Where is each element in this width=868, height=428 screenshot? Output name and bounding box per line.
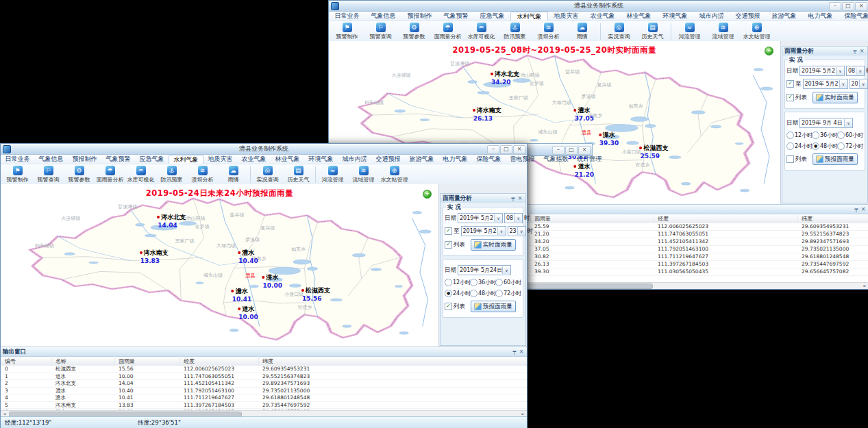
minimize-button[interactable]: – <box>829 2 841 11</box>
end-date-select[interactable]: 2019年 5月25日∨ <box>803 79 848 89</box>
menu-tab[interactable]: 应急气象 <box>474 12 510 21</box>
to-checkbox[interactable]: ✓ <box>786 80 794 88</box>
menu-tab[interactable]: 保险气象 <box>472 155 506 164</box>
close-icon[interactable]: × <box>517 195 523 201</box>
chevron-down-icon[interactable]: ∨ <box>836 67 844 75</box>
minimize-button[interactable]: – <box>487 145 499 154</box>
list-checkbox[interactable] <box>786 155 794 163</box>
table-row[interactable]: 5涔水南支 13.83111.397267184503 29.735447697… <box>1 402 527 410</box>
table-row[interactable]: 2涔水北支 14.04111.452105411342 29.892347571… <box>1 380 527 388</box>
menu-tab[interactable]: 水利气象 <box>510 12 548 21</box>
menu-tab[interactable]: 林业气象 <box>271 155 304 164</box>
tool-river-management[interactable]: ≈ 河流管理 <box>673 23 706 40</box>
menu-tab[interactable]: 气象信息 <box>365 12 401 21</box>
menu-tab[interactable]: 应急气象 <box>135 155 169 164</box>
menu-tab[interactable]: 农业气象 <box>584 12 621 21</box>
chevron-down-icon[interactable]: ∨ <box>497 227 506 235</box>
live-rainfall-button[interactable]: 实时面雨量 <box>471 239 516 251</box>
end-hour-select[interactable]: 20∨ <box>850 79 868 89</box>
tool-alert-create[interactable]: ⚑ 预警制作 <box>330 23 364 40</box>
scroll-left-icon[interactable]: ◄ <box>1 412 8 416</box>
table-row[interactable]: 3澧水 10.40111.792051463100 29.73502113500… <box>1 388 527 395</box>
tool-river-management[interactable]: ≈ 河流管理 <box>317 166 348 184</box>
chevron-down-icon[interactable]: ∨ <box>517 227 525 235</box>
menu-tab[interactable]: 旅游气象 <box>766 12 802 21</box>
menu-tab[interactable]: 交通预报 <box>730 12 766 21</box>
menu-tab[interactable]: 环境气象 <box>304 155 338 164</box>
tool-alert-params[interactable]: ⚙ 预警参数 <box>64 166 95 184</box>
end-date-select[interactable]: 2019年 5月25日∨ <box>461 226 506 236</box>
tool-alert-params[interactable]: ⚙ 预警参数 <box>397 23 431 40</box>
pin-icon[interactable]: ┯ <box>852 48 858 54</box>
table-row[interactable]: 4澹水 10.41111.711219647627 29.61880124854… <box>1 394 527 402</box>
menu-tab[interactable]: 旅游气象 <box>405 155 438 164</box>
close-icon[interactable]: × <box>518 349 525 355</box>
duration-radio[interactable]: 12小时 <box>445 279 470 286</box>
scroll-right-icon[interactable]: ► <box>520 412 526 416</box>
duration-radio[interactable]: 12小时 <box>786 131 812 139</box>
maximize-button[interactable]: □ <box>565 146 578 155</box>
start-date-select[interactable]: 2019年 5月25日∨ <box>799 66 845 76</box>
menu-tab[interactable]: 城市内涝 <box>338 155 371 164</box>
forecast-date-select[interactable]: 2019年 5月24日∨ <box>458 265 511 275</box>
pin-icon[interactable]: ┯ <box>853 206 860 212</box>
menu-tab[interactable]: 地质灾害 <box>203 155 237 164</box>
tool-alert-query[interactable]: ⚐ 预警查询 <box>33 166 64 184</box>
forecast-rainfall-button[interactable]: 预报面雨量 <box>471 301 516 312</box>
menu-tab[interactable]: 农业气象 <box>237 155 271 164</box>
maximize-button[interactable]: □ <box>500 145 512 154</box>
duration-radio[interactable]: 36小时 <box>470 279 495 286</box>
close-button[interactable]: × <box>513 145 525 154</box>
map-canvas[interactable]: 2019-05-24日未来24小时预报面雨量 + 甘溪滩镇 火连坡镇 码头铺镇 … <box>1 184 438 347</box>
forecast-rainfall-button[interactable]: 预报面雨量 <box>813 153 858 165</box>
menu-tab[interactable]: 水利气象 <box>169 155 203 164</box>
duration-radio[interactable]: ●24小时 <box>445 290 470 297</box>
scroll-right-icon[interactable]: ► <box>862 284 868 288</box>
duration-radio[interactable]: 48小时 <box>470 290 495 297</box>
tool-rain-info[interactable]: ☁ 雨情 <box>218 166 249 184</box>
menu-tab[interactable]: 气象指数 <box>539 155 573 164</box>
titlebar[interactable]: 澧县业务制作系统 – □ × <box>1 144 527 155</box>
tool-rain-info[interactable]: ☁ 雨情 <box>565 23 599 40</box>
menu-tab[interactable]: 交通预报 <box>371 155 405 164</box>
tool-history-weather[interactable]: ▤ 历史天气 <box>283 166 314 184</box>
map-tool-button[interactable]: + <box>423 190 432 199</box>
close-button[interactable]: × <box>578 146 591 155</box>
tool-area-rainfall-analysis[interactable]: ☂ 面雨量分析 <box>95 166 125 184</box>
tool-alert-query[interactable]: ⚐ 预警查询 <box>364 23 397 40</box>
duration-radio[interactable]: 24小时 <box>786 142 812 150</box>
menu-tab[interactable]: 日常业务 <box>1 155 34 164</box>
tool-alert-create[interactable]: ⚑ 预警制作 <box>2 166 33 184</box>
tool-live-query[interactable]: ◎ 实况查询 <box>252 166 283 184</box>
close-button[interactable]: × <box>855 2 867 11</box>
to-checkbox[interactable]: ✓ <box>445 227 452 235</box>
list-checkbox[interactable]: ✓ <box>786 94 794 101</box>
menu-tab[interactable]: 气象信息 <box>34 155 68 164</box>
maximize-button[interactable]: □ <box>842 2 854 11</box>
menu-tab[interactable]: 预报制作 <box>68 155 101 164</box>
map-tool-button[interactable]: + <box>765 47 773 55</box>
tool-flood-plan[interactable]: ⚓ 防汛预案 <box>498 23 532 40</box>
chevron-down-icon[interactable]: ∨ <box>502 266 510 274</box>
duration-radio[interactable]: 36小时 <box>812 131 837 139</box>
menu-tab[interactable]: 地质灾害 <box>548 12 584 21</box>
menu-tab[interactable]: 保险气象 <box>839 12 868 21</box>
tool-dam-break-analysis[interactable]: ≋ 溃坝分析 <box>187 166 218 184</box>
end-hour-select[interactable]: 23∨ <box>508 226 526 236</box>
pin-icon[interactable]: ┯ <box>511 349 518 355</box>
minimize-button[interactable]: – <box>552 146 565 155</box>
tool-flood-plan[interactable]: ⚓ 防汛预案 <box>156 166 187 184</box>
titlebar[interactable]: 澧县业务制作系统 – □ × <box>329 1 868 12</box>
start-hour-select[interactable]: 08∨ <box>846 66 865 76</box>
menu-tab[interactable]: 雷电预报 <box>506 155 539 164</box>
menu-tab[interactable]: 气象预警 <box>438 12 474 21</box>
menu-tab[interactable]: 城市内涝 <box>693 12 730 21</box>
menu-tab[interactable]: 电力气象 <box>802 12 839 21</box>
pin-icon[interactable]: ┯ <box>510 195 517 201</box>
tool-basin-management[interactable]: ≋ 流域管理 <box>348 166 379 184</box>
list-checkbox[interactable]: ✓ <box>445 303 452 310</box>
close-icon[interactable]: × <box>860 206 867 212</box>
tool-reservoir-visualization[interactable]: ♒ 水库可视化 <box>464 23 498 40</box>
tool-history-weather[interactable]: ▤ 历史天气 <box>636 23 669 40</box>
duration-radio[interactable]: 72小时 <box>495 290 521 297</box>
